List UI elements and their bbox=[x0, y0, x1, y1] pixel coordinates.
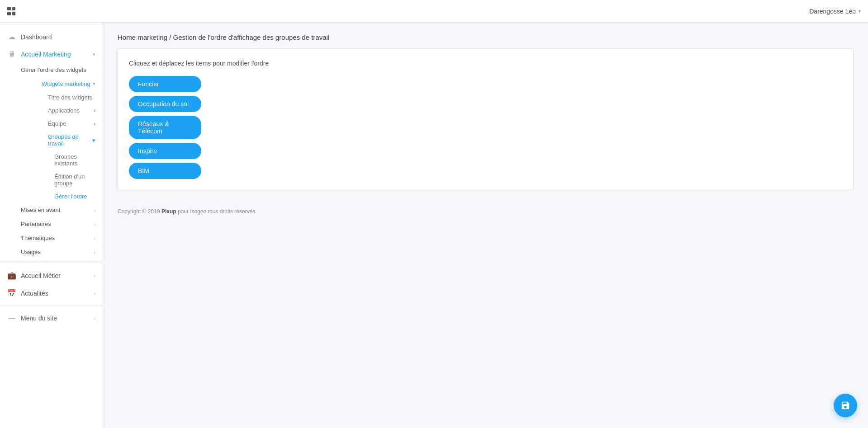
sidebar-item-gerer-ordre[interactable]: Gérer l'ordre des widgets bbox=[21, 63, 103, 77]
widgets-submenu: Titre des widgets Applications › Équipe … bbox=[21, 91, 103, 203]
drag-item[interactable]: Réseaux & Télécom bbox=[129, 116, 201, 139]
sidebar-item-equipe[interactable]: Équipe › bbox=[48, 117, 103, 130]
sidebar-item-widgets-marketing-label: Widgets marketing bbox=[42, 80, 90, 87]
chevron-down-icon: ▾ bbox=[92, 137, 95, 144]
drag-items-list: FoncierOccupation du solRéseaux & Téléco… bbox=[129, 76, 842, 179]
chevron-right-icon: › bbox=[94, 249, 95, 255]
sidebar-item-gerer-ordre-groupe-label: Gérer l'ordre bbox=[54, 193, 87, 200]
drag-item[interactable]: Foncier bbox=[129, 76, 201, 92]
sidebar-item-accueil-metier[interactable]: 💼 Accueil Métier › bbox=[0, 267, 103, 284]
chevron-right-icon: › bbox=[94, 291, 95, 296]
card-instruction: Cliquez et déplacez les items pour modif… bbox=[129, 60, 842, 67]
sidebar-item-equipe-label: Équipe bbox=[48, 120, 66, 127]
sidebar-divider bbox=[0, 263, 103, 263]
chevron-right-icon: › bbox=[94, 207, 95, 213]
footer-brand: Pixup bbox=[161, 208, 176, 215]
topbar-left bbox=[7, 7, 15, 15]
breadcrumb: Home marketing / Gestion de l'ordre d'af… bbox=[103, 23, 868, 48]
sidebar-item-applications[interactable]: Applications › bbox=[48, 104, 103, 117]
sidebar-item-usages[interactable]: Usages › bbox=[0, 245, 103, 259]
calendar-icon: 📅 bbox=[7, 289, 16, 297]
menu-icon: — bbox=[7, 314, 16, 322]
footer: Copyright © 2019 Pixup pour Isogeo tous … bbox=[103, 201, 868, 222]
sidebar-item-mises-en-avant-label: Mises en avant bbox=[21, 207, 60, 213]
cloud-icon: ☁ bbox=[7, 33, 16, 41]
sidebar-item-accueil-marketing-label: Accueil Marketing bbox=[21, 51, 88, 58]
chevron-down-icon: ▾ bbox=[93, 52, 95, 57]
sidebar-item-thematiques[interactable]: Thématiques › bbox=[0, 231, 103, 245]
sidebar-item-groupes-existants-label: Groupes existants bbox=[54, 153, 77, 167]
sidebar-item-edition-groupe[interactable]: Édition d'un groupe bbox=[54, 170, 103, 190]
footer-suffix: pour Isogeo tous droits réservés bbox=[176, 208, 256, 215]
briefcase-icon: 💼 bbox=[7, 271, 16, 280]
save-fab-button[interactable] bbox=[834, 394, 857, 417]
chevron-right-icon: › bbox=[94, 120, 95, 127]
groupes-travail-submenu: Groupes existants Édition d'un groupe Gé… bbox=[48, 150, 103, 203]
sidebar-item-dashboard[interactable]: ☁ Dashboard bbox=[0, 28, 103, 46]
save-icon bbox=[840, 400, 850, 410]
monitor-icon: 🖥 bbox=[7, 50, 16, 58]
breadcrumb-text: Home marketing / Gestion de l'ordre d'af… bbox=[118, 33, 329, 41]
sidebar-item-accueil-marketing[interactable]: 🖥 Accueil Marketing ▾ bbox=[0, 46, 103, 63]
sidebar-divider-2 bbox=[0, 306, 103, 306]
footer-prefix: Copyright © 2019 bbox=[118, 208, 161, 215]
chevron-right-icon: › bbox=[94, 221, 95, 227]
sidebar-item-widgets-marketing[interactable]: Widgets marketing ▾ bbox=[21, 77, 103, 91]
chevron-right-icon: › bbox=[94, 235, 95, 241]
sidebar-item-gerer-ordre-groupe[interactable]: Gérer l'ordre bbox=[54, 190, 103, 203]
accueil-marketing-submenu: Gérer l'ordre des widgets Widgets market… bbox=[0, 63, 103, 259]
topbar: Darengosse Léo ▾ bbox=[0, 0, 868, 23]
chevron-down-icon: ▾ bbox=[93, 81, 95, 87]
sidebar-item-groupes-travail-label: Groupes de travail bbox=[48, 133, 92, 147]
chevron-right-icon: › bbox=[94, 107, 95, 114]
sidebar-item-actualites-label: Actualités bbox=[21, 290, 89, 297]
drag-item[interactable]: BIM bbox=[129, 163, 201, 179]
drag-item[interactable]: Inspire bbox=[129, 143, 201, 159]
main-content: Home marketing / Gestion de l'ordre d'af… bbox=[103, 23, 868, 428]
sidebar-item-titre-widgets-label: Titre des widgets bbox=[48, 94, 92, 101]
sidebar-item-partenaires-label: Partenaires bbox=[21, 221, 51, 227]
sidebar: ☁ Dashboard 🖥 Accueil Marketing ▾ Gérer … bbox=[0, 23, 103, 428]
content-card: Cliquez et déplacez les items pour modif… bbox=[118, 48, 854, 190]
sidebar-item-actualites[interactable]: 📅 Actualités › bbox=[0, 284, 103, 302]
chevron-down-icon: ▾ bbox=[859, 9, 861, 14]
sidebar-item-thematiques-label: Thématiques bbox=[21, 235, 55, 241]
sidebar-item-dashboard-label: Dashboard bbox=[21, 33, 95, 41]
sidebar-item-gerer-ordre-label: Gérer l'ordre des widgets bbox=[21, 66, 86, 73]
sidebar-item-titre-widgets[interactable]: Titre des widgets bbox=[48, 91, 103, 104]
sidebar-item-mises-en-avant[interactable]: Mises en avant › bbox=[0, 203, 103, 217]
sidebar-item-applications-label: Applications bbox=[48, 107, 80, 114]
chevron-right-icon: › bbox=[94, 315, 95, 321]
sidebar-item-usages-label: Usages bbox=[21, 249, 41, 255]
user-name: Darengosse Léo bbox=[809, 8, 856, 15]
user-menu[interactable]: Darengosse Léo ▾ bbox=[809, 8, 861, 15]
drag-item[interactable]: Occupation du sol bbox=[129, 96, 201, 112]
chevron-right-icon: › bbox=[94, 273, 95, 278]
sidebar-item-menu-site[interactable]: — Menu du site › bbox=[0, 310, 103, 327]
sidebar-item-partenaires[interactable]: Partenaires › bbox=[0, 217, 103, 231]
sidebar-item-groupes-existants[interactable]: Groupes existants bbox=[54, 150, 103, 170]
sidebar-item-groupes-travail[interactable]: Groupes de travail ▾ bbox=[48, 130, 103, 150]
sidebar-item-accueil-metier-label: Accueil Métier bbox=[21, 272, 89, 279]
sidebar-item-edition-groupe-label: Édition d'un groupe bbox=[54, 173, 85, 187]
sidebar-item-menu-site-label: Menu du site bbox=[21, 315, 89, 322]
grid-icon[interactable] bbox=[7, 7, 15, 15]
